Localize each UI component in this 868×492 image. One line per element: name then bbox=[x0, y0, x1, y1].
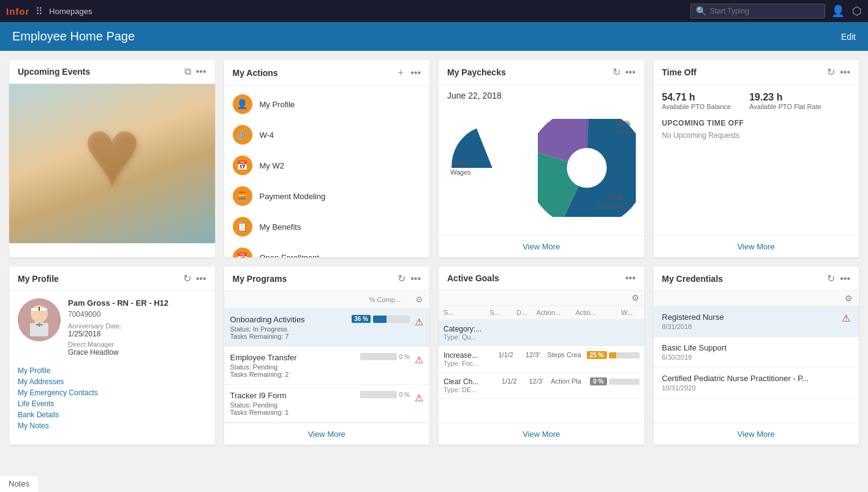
program-item-2[interactable]: Tracker I9 Form Status: Pending Tasks Re… bbox=[224, 385, 430, 423]
program-status-2: Status: Pending bbox=[230, 401, 360, 409]
cred-info-0: Registered Nurse 8/31/2018 bbox=[662, 312, 724, 330]
goal-progress-1: 25 % bbox=[587, 351, 640, 359]
action-open-enrollment[interactable]: 📅 Open Enrollment bbox=[224, 242, 430, 257]
profile-link-emergency-contacts[interactable]: My Emergency Contacts bbox=[18, 388, 206, 397]
programs-table-header: % Comp... ⚙ bbox=[224, 291, 430, 309]
cred-item-2[interactable]: Certified Pediatric Nurse Practitioner -… bbox=[654, 368, 859, 398]
pto-flat: 19.23 h Available PTO Flat Rate bbox=[749, 92, 821, 110]
refresh-icon[interactable]: ↻ bbox=[827, 66, 835, 78]
profile-link-life-events[interactable]: Life Events bbox=[18, 399, 206, 408]
more-options-icon[interactable]: ••• bbox=[196, 273, 206, 284]
action-w4[interactable]: 🔗 W-4 bbox=[224, 119, 430, 150]
goal-d-2: 12/3' bbox=[524, 377, 548, 385]
active-goals-title: Active Goals bbox=[447, 273, 621, 283]
my-paychecks-card: My Paychecks ↻ ••• June 22, 2018 bbox=[439, 60, 644, 257]
program-status-0: Status: In Progress bbox=[230, 325, 352, 333]
search-icon: 🔍 bbox=[696, 6, 706, 16]
add-icon[interactable]: ＋ bbox=[396, 66, 406, 79]
program-error-2: ⚠ bbox=[415, 392, 423, 404]
my-programs-header: My Programs ↻ ••• bbox=[224, 267, 430, 291]
action-payment-modeling[interactable]: 🧮 Payment Modeling bbox=[224, 181, 430, 211]
goal-item-1[interactable]: Increase... 1/1/2 12/3' Steps Crea 25 % … bbox=[439, 346, 644, 373]
my-profile-header: My Profile ↻ ••• bbox=[9, 267, 215, 291]
profile-link-my-profile[interactable]: My Profile bbox=[18, 366, 206, 375]
payment-modeling-label: Payment Modeling bbox=[260, 192, 326, 201]
progress-bar-wrap-2 bbox=[360, 391, 397, 398]
cred-date-1: 6/30/2019 bbox=[662, 354, 727, 361]
paychecks-view-more[interactable]: View More bbox=[523, 242, 560, 251]
myw2-icon: 📅 bbox=[233, 156, 252, 175]
programs-settings-icon[interactable]: ⚙ bbox=[415, 295, 423, 305]
program-info-0: Onboarding Activities Status: In Progres… bbox=[230, 315, 352, 340]
my-programs-footer: View More bbox=[224, 423, 430, 445]
search-input[interactable] bbox=[710, 7, 820, 15]
edit-button[interactable]: Edit bbox=[841, 32, 856, 42]
more-options-icon[interactable]: ••• bbox=[625, 67, 636, 78]
refresh-icon[interactable]: ↻ bbox=[613, 66, 621, 78]
cred-item-1[interactable]: Basic Life Support 6/30/2019 bbox=[654, 337, 859, 368]
time-off-view-more[interactable]: View More bbox=[738, 242, 775, 251]
upcoming-events-body bbox=[9, 84, 215, 257]
goals-view-more[interactable]: View More bbox=[523, 430, 560, 439]
svg-point-3 bbox=[568, 149, 605, 186]
profile-link-my-notes[interactable]: My Notes bbox=[18, 422, 206, 430]
grid-icon[interactable]: ⠿ bbox=[36, 6, 43, 17]
open-enrollment-icon: 📅 bbox=[233, 248, 252, 257]
goal-col-d: D... bbox=[510, 309, 534, 316]
goals-table-header: S... S... D... Action... Actio... W... bbox=[439, 306, 644, 320]
manager-value: Grace Headlow bbox=[68, 348, 206, 357]
search-box[interactable]: 🔍 bbox=[690, 4, 825, 18]
profile-link-my-addresses[interactable]: My Addresses bbox=[18, 377, 206, 386]
more-options-icon[interactable]: ••• bbox=[840, 67, 850, 78]
program-progress-2: 0 % bbox=[360, 391, 410, 398]
refresh-icon[interactable]: ↻ bbox=[183, 273, 191, 284]
paycheck-date: June 22, 2018 bbox=[447, 91, 636, 100]
cred-name-0: Registered Nurse bbox=[662, 312, 724, 322]
goal-name-0: Category:... bbox=[443, 325, 640, 333]
more-options-icon[interactable]: ••• bbox=[625, 273, 636, 284]
refresh-icon[interactable]: ↻ bbox=[398, 273, 406, 284]
share-icon[interactable]: ⬡ bbox=[852, 4, 862, 18]
time-off-body: 54.71 h Available PTO Balance 19.23 h Av… bbox=[654, 85, 859, 235]
cred-item-0[interactable]: Registered Nurse 8/31/2018 ⚠ bbox=[654, 306, 859, 337]
more-options-icon[interactable]: ••• bbox=[196, 66, 206, 77]
my-programs-card: My Programs ↻ ••• % Comp... ⚙ Onboarding… bbox=[224, 267, 430, 445]
program-item-0[interactable]: Onboarding Activities Status: In Progres… bbox=[224, 309, 430, 347]
pto-balance-value: 54.71 h bbox=[662, 92, 731, 103]
action-my-benefits[interactable]: 📋 My Benefits bbox=[224, 211, 430, 242]
program-info-2: Tracker I9 Form Status: Pending Tasks Re… bbox=[230, 391, 360, 416]
timeoff-stats: 54.71 h Available PTO Balance 19.23 h Av… bbox=[662, 92, 851, 110]
my-benefits-label: My Benefits bbox=[260, 222, 301, 232]
goal-col-action2: Actio... bbox=[576, 309, 613, 316]
credentials-view-more[interactable]: View More bbox=[738, 430, 775, 439]
action-myw2[interactable]: 📅 My W2 bbox=[224, 150, 430, 181]
action-my-profile[interactable]: 👤 My Profile bbox=[224, 89, 430, 119]
program-name-1: Employee Transfer bbox=[230, 353, 360, 362]
top-nav: Infor ⠿ Homepages 🔍 👤 ⬡ bbox=[0, 0, 868, 22]
user-icon[interactable]: 👤 bbox=[831, 4, 845, 18]
goal-progress-2: 0 % bbox=[590, 377, 639, 385]
more-options-icon[interactable]: ••• bbox=[410, 273, 421, 284]
external-link-icon[interactable]: ⧉ bbox=[184, 66, 191, 77]
profile-link-bank-details[interactable]: Bank Details bbox=[18, 411, 206, 419]
refresh-icon[interactable]: ↻ bbox=[827, 273, 835, 284]
more-options-icon[interactable]: ••• bbox=[410, 67, 421, 78]
pretax-label: 23%Pre-tax D... bbox=[598, 193, 633, 211]
creds-gear-icon[interactable]: ⚙ bbox=[845, 293, 853, 303]
programs-view-more[interactable]: View More bbox=[308, 430, 345, 439]
goal-item-2[interactable]: Clear Ch... 1/1/2 12/3' Action Pla 0 % T… bbox=[439, 373, 644, 399]
time-off-title: Time Off bbox=[662, 67, 823, 77]
cred-name-2: Certified Pediatric Nurse Practitioner -… bbox=[662, 374, 809, 383]
my-programs-title: My Programs bbox=[233, 274, 393, 284]
pie-chart: 57%Wages 20%Taxes 23%Pre-tax D... bbox=[447, 107, 636, 229]
goal-prog-bar-1 bbox=[609, 352, 640, 358]
more-options-icon[interactable]: ••• bbox=[840, 273, 850, 284]
goal-item-0[interactable]: Category:... Type: Qu... bbox=[439, 320, 644, 346]
avatar-svg bbox=[18, 298, 61, 341]
page-title: Employee Home Page bbox=[12, 29, 135, 44]
program-item-1[interactable]: Employee Transfer Status: Pending Tasks … bbox=[224, 347, 430, 385]
w4-icon: 🔗 bbox=[233, 125, 252, 145]
goal-action-2: Action Pla bbox=[551, 377, 587, 385]
goals-gear-icon[interactable]: ⚙ bbox=[632, 293, 640, 303]
myw2-label: My W2 bbox=[260, 161, 284, 170]
